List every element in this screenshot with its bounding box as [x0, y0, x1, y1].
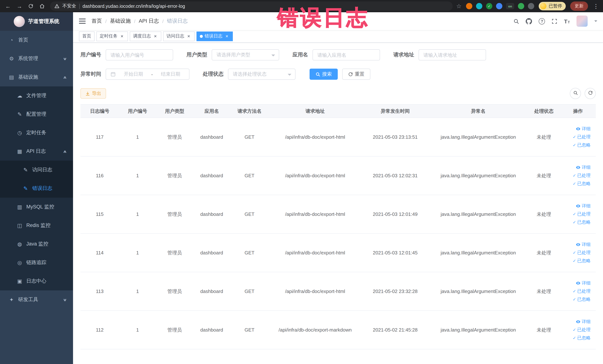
action-ignored[interactable]: ✓已忽略: [573, 296, 591, 303]
sidebar-item-error-log[interactable]: ✎错误日志: [0, 179, 73, 198]
search-button[interactable]: 搜索: [310, 69, 338, 80]
check-icon: ✓: [573, 335, 576, 341]
action-processed[interactable]: ✓已处理: [573, 134, 591, 140]
fullscreen-icon[interactable]: [552, 18, 557, 24]
action-ignored[interactable]: ✓已忽略: [573, 335, 591, 341]
sidebar-item-redis-monitor[interactable]: ◫Redis 监控: [0, 216, 73, 235]
breadcrumb-infrastructure[interactable]: 基础设施: [110, 18, 131, 24]
filter-request-url: 请求地址: [393, 49, 486, 60]
user-avatar[interactable]: [577, 16, 588, 27]
hamburger-icon[interactable]: [79, 19, 86, 24]
cell-id: 114: [81, 234, 119, 272]
sidebar-item-home[interactable]: ◔首页: [0, 31, 73, 49]
close-icon[interactable]: ×: [224, 34, 230, 39]
tab-home[interactable]: 首页: [79, 31, 94, 41]
forward-icon[interactable]: →: [17, 3, 22, 9]
browser-menu-kebab-icon[interactable]: ⋮: [592, 3, 600, 10]
back-icon[interactable]: ←: [5, 3, 11, 9]
action-processed[interactable]: ✓已处理: [573, 211, 591, 217]
access-log-icon: ✎: [22, 167, 30, 173]
close-icon[interactable]: ×: [153, 34, 158, 39]
reload-icon[interactable]: [28, 3, 33, 9]
chevron-up-icon: ∧: [63, 149, 67, 153]
extension-orange-icon[interactable]: [466, 3, 472, 9]
toggle-search-button[interactable]: [570, 88, 581, 99]
action-processed[interactable]: ✓已处理: [573, 250, 591, 256]
sidebar-item-java-monitor[interactable]: ◍Java 监控: [0, 235, 73, 253]
close-icon[interactable]: ×: [119, 34, 125, 39]
action-processed[interactable]: ✓已处理: [573, 327, 591, 333]
tab-scheduled-tasks[interactable]: 定时任务×: [96, 31, 128, 41]
extension-green-check-icon[interactable]: ✓: [486, 3, 492, 9]
action-detail[interactable]: 详细: [576, 126, 591, 132]
sidebar-item-label: Redis 监控: [26, 222, 51, 229]
cell-user-type: 管理员: [156, 156, 193, 195]
sidebar-item-access-log[interactable]: ✎访问日志: [0, 161, 73, 179]
tab-label: 错误日志: [205, 33, 222, 39]
action-ignored[interactable]: ✓已忽略: [573, 142, 591, 148]
font-size-icon[interactable]: [564, 18, 570, 24]
sidebar: 芋道管理系统 ◔首页⚙系统管理∨▤基础设施∧☁文件管理✎配置管理◷定时任务▦AP…: [0, 12, 73, 364]
update-button[interactable]: 更新: [570, 1, 588, 11]
cell-url: /api/infra/db-doc/export-html: [269, 156, 361, 195]
download-icon: [85, 91, 90, 96]
action-ignored[interactable]: ✓已忽略: [573, 258, 591, 264]
app-logo[interactable]: 芋道管理系统: [0, 12, 73, 31]
extension-teal-drop-icon[interactable]: [476, 3, 482, 9]
breadcrumb: 首页 / 基础设施 / API 日志 / 错误日志: [92, 18, 188, 24]
exception-time-range-picker[interactable]: 开始日期 - 结束日期: [106, 69, 189, 80]
table-row: 1171管理员dashboardGET/api/infra/db-doc/exp…: [81, 118, 596, 156]
chevron-down-icon[interactable]: [594, 20, 597, 23]
action-detail[interactable]: 详细: [576, 280, 591, 286]
sidebar-item-dev-tools[interactable]: ✦研发工具∨: [0, 290, 73, 309]
user-id-input[interactable]: [106, 49, 173, 60]
sidebar-item-scheduled-tasks[interactable]: ◷定时任务: [0, 124, 73, 142]
process-status-select[interactable]: 请选择处理状态: [228, 69, 295, 80]
address-bar[interactable]: 不安全 dashboard.yudao.iocoder.cn/infra/log…: [50, 1, 452, 11]
action-processed[interactable]: ✓已处理: [573, 288, 591, 294]
action-detail[interactable]: 详细: [576, 242, 591, 248]
action-processed[interactable]: ✓已处理: [573, 172, 591, 179]
sidebar-item-mysql-monitor[interactable]: ▥MySQL 监控: [0, 198, 73, 216]
sidebar-item-link-tracing[interactable]: ◎链路追踪: [0, 253, 73, 272]
github-icon[interactable]: [526, 18, 532, 24]
action-detail[interactable]: 详细: [576, 319, 591, 325]
home-icon[interactable]: [39, 3, 45, 9]
filter-row-1: 用户编号 用户类型 请选择用户类型 应用名: [81, 49, 596, 60]
reset-button[interactable]: 重置: [342, 69, 370, 80]
action-label: 已处理: [577, 288, 591, 294]
app-name-input[interactable]: [313, 49, 380, 60]
user-type-select[interactable]: 请选择用户类型: [212, 49, 279, 60]
action-detail[interactable]: 详细: [576, 203, 591, 209]
tab-access-log[interactable]: 访问日志×: [163, 31, 195, 41]
action-ignored[interactable]: ✓已忽略: [573, 181, 591, 187]
sidebar-item-file-management[interactable]: ☁文件管理: [0, 86, 73, 105]
sidebar-item-log-center[interactable]: ▣日志中心: [0, 272, 73, 290]
tags-view-bar: 首页定时任务×调度日志×访问日志×错误日志×: [73, 30, 603, 43]
sidebar-item-config-management[interactable]: ✎配置管理: [0, 105, 73, 124]
breadcrumb-api-log[interactable]: API 日志: [139, 18, 159, 24]
extension-green-leaf-icon[interactable]: [518, 3, 524, 9]
sidebar-item-api-log[interactable]: ▦API 日志∧: [0, 142, 73, 161]
profile-chip[interactable]: 已暂停: [539, 2, 566, 10]
cell-method: GET: [230, 195, 269, 234]
search-icon[interactable]: [514, 18, 519, 24]
breadcrumb-home[interactable]: 首页: [92, 18, 102, 24]
sidebar-item-infrastructure[interactable]: ▤基础设施∧: [0, 68, 73, 86]
request-url-input[interactable]: [418, 49, 486, 60]
close-icon[interactable]: ×: [186, 34, 191, 39]
action-detail[interactable]: 详细: [576, 164, 591, 171]
extension-blue-grid-icon[interactable]: [496, 3, 502, 9]
toolbar-right-buttons: [570, 88, 596, 99]
refresh-table-button[interactable]: [585, 88, 596, 99]
sidebar-item-system-management[interactable]: ⚙系统管理∨: [0, 49, 73, 68]
tab-error-log[interactable]: 错误日志×: [197, 31, 233, 41]
extension-on-badge-icon[interactable]: on: [506, 3, 514, 9]
column-header-6: 异常发生时间: [361, 104, 429, 118]
export-button[interactable]: 导出: [81, 88, 106, 99]
tab-schedule-log[interactable]: 调度日志×: [130, 31, 161, 41]
bookmark-star-icon[interactable]: ☆: [456, 3, 462, 9]
action-ignored[interactable]: ✓已忽略: [573, 219, 591, 225]
help-icon[interactable]: [539, 18, 545, 24]
extension-dark-plugin-icon[interactable]: [528, 3, 534, 9]
